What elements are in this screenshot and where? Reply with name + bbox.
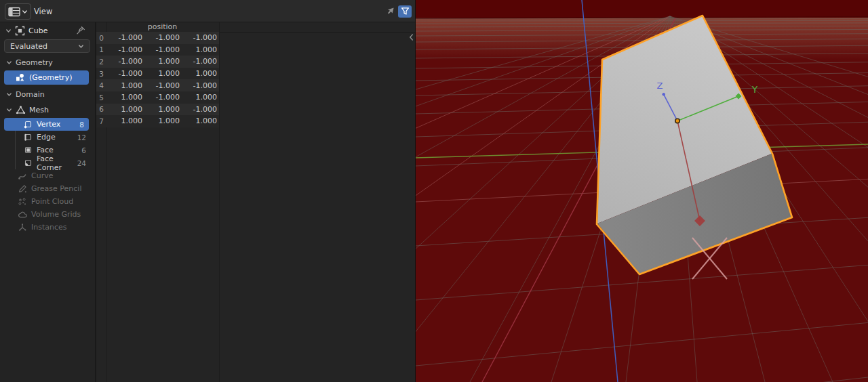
position-value: 1.000: [106, 81, 144, 90]
table-row: 41.000-1.000-1.000: [96, 79, 219, 91]
table-row: 71.0001.0001.000: [96, 115, 219, 127]
chevron-down-icon: [22, 9, 28, 15]
sidebar-item-edge[interactable]: Edge12: [0, 131, 95, 144]
row-index: 1: [96, 45, 106, 54]
item-label: Volume Grids: [31, 210, 81, 219]
curve-icon: [18, 171, 27, 181]
table-row: 3-1.0001.0001.000: [96, 68, 219, 80]
expand-chevron-icon[interactable]: [5, 28, 12, 34]
row-index: 0: [96, 34, 106, 42]
position-value: 1.000: [144, 57, 181, 66]
sidebar-item-grease-pencil: Grease Pencil: [0, 182, 95, 195]
chevron-down-icon: [6, 60, 12, 66]
object-icon: [15, 26, 25, 36]
object-row-cube[interactable]: Cube: [0, 23, 95, 38]
item-count: 12: [77, 133, 95, 142]
region-collapse-chevron-icon[interactable]: [408, 33, 414, 41]
sidebar-item-point-cloud: Point Cloud: [0, 195, 95, 208]
position-value: 1.000: [106, 105, 144, 114]
face-corner-icon: [23, 158, 33, 168]
position-value: -1.000: [144, 45, 181, 54]
sidebar-item-volume-grids: Volume Grids: [0, 208, 95, 221]
table-row: 61.0001.000-1.000: [96, 104, 219, 116]
sidebar-item-geometry[interactable]: (Geometry): [4, 70, 89, 85]
row-index: 2: [96, 58, 106, 66]
table-row: 0-1.000-1.000-1.000: [96, 32, 219, 44]
pin-icon[interactable]: [76, 26, 85, 35]
volume-grids-icon: [18, 210, 27, 219]
item-count: 8: [79, 121, 89, 129]
item-label: Edge: [37, 133, 56, 142]
item-count: 6: [81, 146, 95, 154]
sidebar-item-face-corner[interactable]: Face Corner24: [0, 156, 95, 169]
face-icon: [23, 146, 33, 155]
item-count: 24: [77, 159, 95, 167]
filter-icon: [401, 7, 410, 16]
gizmo-z-arrowhead: [663, 93, 665, 96]
y-axis-label: Y: [751, 84, 758, 95]
item-label: Face: [37, 146, 54, 154]
position-value: -1.000: [106, 69, 144, 78]
table-header: position: [96, 22, 415, 33]
geometry-nodes-icon: [15, 72, 25, 83]
section-domain[interactable]: Domain: [0, 89, 95, 100]
item-label: Point Cloud: [31, 197, 73, 206]
position-value: -1.000: [106, 45, 144, 54]
sidebar-item-vertex[interactable]: Vertex8: [4, 118, 89, 131]
item-label: Instances: [31, 223, 67, 232]
instances-icon: [18, 223, 27, 232]
position-value: -1.000: [181, 105, 218, 114]
section-geometry[interactable]: Geometry: [0, 57, 95, 68]
cursor-filter-button[interactable]: [384, 5, 397, 18]
chevron-down-icon: [6, 91, 12, 98]
position-value: -1.000: [144, 93, 181, 102]
disabled-component-list: CurveGrease PencilPoint CloudVolume Grid…: [0, 169, 95, 234]
position-value: -1.000: [181, 81, 218, 90]
viewport-canvas[interactable]: ZY: [416, 0, 868, 382]
cursor-icon: [386, 7, 395, 16]
position-value: 1.000: [106, 116, 144, 125]
evaluation-mode-dropdown[interactable]: Evaluated: [4, 39, 90, 53]
position-value: -1.000: [181, 57, 218, 66]
mesh-domain-list: Vertex8Edge12Face6Face Corner24: [0, 118, 95, 169]
table-row: 51.000-1.0001.000: [96, 91, 219, 104]
position-value: 1.000: [144, 116, 181, 125]
item-label: Curve: [31, 171, 53, 180]
editor-type-button[interactable]: [5, 3, 31, 20]
filter-toggle-button[interactable]: [398, 5, 412, 18]
spreadsheet-icon: [8, 7, 20, 17]
sidebar-item-instances: Instances: [0, 221, 95, 234]
spreadsheet-editor: View Cube Evaluated: [0, 0, 415, 382]
position-value: -1.000: [144, 81, 181, 90]
viewport-sky: [416, 0, 868, 18]
position-value: 1.000: [181, 93, 218, 102]
table-row: 2-1.0001.000-1.000: [96, 56, 219, 68]
view-menu[interactable]: View: [30, 0, 56, 22]
chevron-down-icon: [6, 107, 12, 113]
position-value: 1.000: [181, 116, 218, 125]
position-value: -1.000: [106, 33, 144, 42]
position-value: 1.000: [106, 93, 144, 102]
sidebar-item-mesh[interactable]: Mesh: [0, 104, 95, 116]
row-index: 3: [96, 70, 106, 78]
table-rows: 0-1.000-1.000-1.0001-1.000-1.0001.0002-1…: [96, 32, 415, 127]
row-index: 6: [96, 105, 106, 113]
sidebar-item-curve: Curve: [0, 169, 95, 182]
vertex-icon: [23, 120, 33, 129]
item-label: Grease Pencil: [31, 184, 81, 193]
position-value: -1.000: [106, 57, 144, 66]
spreadsheet-table: position 0-1.000-1.000-1.0001-1.000-1.00…: [95, 22, 415, 382]
position-value: 1.000: [181, 69, 218, 78]
item-label: Vertex: [37, 120, 60, 129]
viewport-3d[interactable]: ZY: [415, 0, 868, 382]
position-value: 1.000: [144, 105, 181, 114]
position-value: -1.000: [181, 33, 218, 42]
position-value: 1.000: [181, 45, 218, 54]
edge-icon: [23, 133, 33, 142]
object-label: Cube: [28, 26, 47, 35]
grease-pencil-icon: [18, 184, 27, 194]
blender-window: View Cube Evaluated: [0, 0, 868, 382]
column-header-position[interactable]: position: [106, 22, 218, 31]
evaluation-mode-value: Evaluated: [10, 42, 47, 51]
row-index: 4: [96, 81, 106, 89]
